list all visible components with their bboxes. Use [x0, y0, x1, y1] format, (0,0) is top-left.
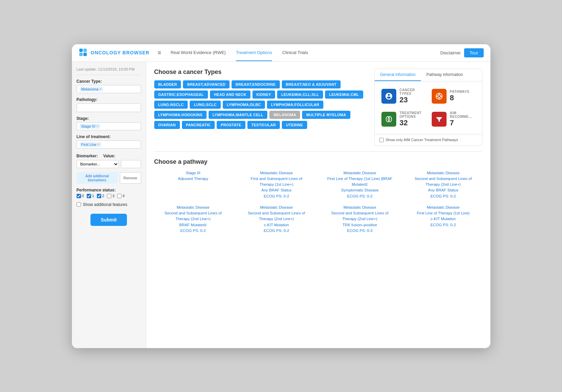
card-aim: AIMRECOMME... 7 [428, 108, 479, 131]
cancer-tag[interactable]: BREAST;ADVANCED [183, 80, 230, 88]
perf-2[interactable]: 2 [97, 194, 104, 198]
perf-row: 0 1 2 3 4 [77, 194, 141, 198]
cancer-tag[interactable]: PROSTATE [217, 121, 245, 129]
line-group: Line of treatment: First Line × [77, 134, 141, 149]
aim-icon [432, 112, 447, 127]
aim-checkbox[interactable] [379, 138, 384, 142]
cancer-tag[interactable]: BLADDER [154, 80, 181, 88]
nav-clinical-trials[interactable]: Clinical Trials [282, 45, 308, 61]
cancer-tag[interactable]: LYMPHOMA;FOLLICULAR [267, 101, 323, 109]
treatment-count: 32 [400, 119, 422, 127]
cancer-tag[interactable]: OVARIAN [154, 121, 180, 129]
pathway-link[interactable]: Metastatic DiseaseFirst Line of Therapy … [417, 205, 470, 228]
cancer-tag[interactable]: LYMPHOMA;DLBC [223, 101, 265, 109]
performance-status-group: Performance status: 0 1 2 3 [77, 188, 141, 198]
cancer-tag[interactable]: LYMPHOMA;MANTLE CELL [209, 111, 267, 119]
perf-1[interactable]: 1 [87, 194, 94, 198]
pathway-link[interactable]: Metastatic DiseaseSecond and Subsequent … [331, 205, 388, 234]
pathway-link[interactable]: Metastatic DiseaseSecond and Subsequent … [248, 205, 305, 234]
nav-rwe[interactable]: Real World Evidence (RWE) [170, 45, 226, 61]
stage-input[interactable]: Stage IV × [77, 122, 141, 130]
submit-button[interactable]: Submit [90, 214, 127, 226]
cancer-tag[interactable]: MELANOMA [269, 111, 300, 119]
treatment-icon [381, 112, 396, 127]
card-treatment-options: TREATMENTOPTIONS 32 [378, 108, 428, 131]
line-input[interactable]: First Line × [77, 140, 141, 149]
info-cards: CANCERTYPES 23 [375, 81, 482, 134]
pathway-item: Metastatic DiseaseFirst Line of Therapy … [321, 170, 399, 199]
card-aim-text: AIMRECOMME... 7 [450, 111, 472, 127]
pathway-grid: Stage IIIAdjuvant TherapyMetastatic Dise… [154, 170, 482, 234]
cancer-type-tag-close[interactable]: × [100, 87, 102, 91]
biomarker-value-input[interactable] [121, 160, 141, 168]
cancer-types-count: 23 [400, 96, 415, 104]
svg-rect-1 [83, 49, 87, 52]
pathway-link[interactable]: Metastatic DiseaseFirst and Subsequent L… [251, 170, 302, 199]
cancer-tag[interactable]: LYMPHOMA;HODGKINS [154, 111, 207, 119]
perf-3[interactable]: 3 [107, 194, 114, 198]
biomarker-select[interactable]: Biomarker... [77, 160, 119, 168]
cancer-tag[interactable]: BREAST;ENDOCRINE [232, 80, 279, 88]
pathway-item: Metastatic DiseaseFirst and Subsequent L… [238, 170, 316, 199]
cancer-type-label: Cancer Type: [77, 79, 141, 84]
tab-pathway-info[interactable]: Pathway information [421, 69, 469, 81]
content-area: Choose a cancer Types BLADDERBREAST;ADVA… [146, 62, 490, 348]
cancer-tag[interactable]: GASTRIC;ESOPHAGEAL [154, 90, 208, 99]
info-tabs: General information Pathway information [375, 69, 482, 81]
cancer-type-input[interactable]: Melanoma × [77, 85, 141, 93]
logo-icon [79, 48, 88, 57]
line-tag: First Line × [80, 142, 101, 147]
nav-treatment-options[interactable]: Treatment Options [236, 45, 272, 61]
tab-general-info[interactable]: General information [375, 69, 421, 81]
pathway-link[interactable]: Metastatic DiseaseSecond and Subsequent … [414, 170, 472, 199]
tour-button[interactable]: Tour [464, 48, 483, 57]
perf-label: Performance status: [77, 188, 141, 192]
cancer-tag[interactable]: TESTICULAR [247, 121, 280, 129]
pathway-item: Metastatic DiseaseSecond and Subsequent … [321, 205, 399, 234]
info-panel: General information Pathway information [374, 69, 482, 146]
hamburger-icon[interactable]: ≡ [158, 49, 161, 56]
cancer-tag[interactable]: UTERINE [282, 121, 307, 129]
nav-right: Disclaimer Tour [440, 48, 484, 57]
stage-tag: Stage IV × [80, 124, 100, 129]
top-section: Choose a cancer Types BLADDERBREAST;ADVA… [154, 69, 482, 146]
cancer-tag[interactable]: LUNG;SCLC [190, 101, 220, 109]
pathway-link[interactable]: Metastatic DiseaseSecond and Subsequent … [164, 205, 221, 234]
pathway-item: Metastatic DiseaseSecond and Subsequent … [404, 170, 482, 199]
show-features-checkbox[interactable]: Show additional features [77, 202, 141, 207]
cancer-tag[interactable]: BREAST;NEO & ADJUVANT [282, 80, 341, 88]
top-nav: ONCOLOGY BROWSER ≡ Real World Evidence (… [72, 44, 490, 62]
cancer-tag[interactable]: LEUKEMIA;CLL;SLL [277, 90, 323, 99]
choose-cancer-title: Choose a cancer Types [154, 69, 368, 76]
card-pathways-text: PATHWAYS 8 [450, 90, 470, 102]
line-label: Line of treatment: [77, 134, 141, 139]
pathways-icon [432, 89, 447, 104]
cancer-tag[interactable]: HEAD AND NECK [210, 90, 250, 99]
cancer-tag[interactable]: KIDNEY [252, 90, 275, 99]
card-cancer-types: CANCERTYPES 23 [378, 85, 428, 108]
stage-tag-close[interactable]: × [97, 124, 99, 128]
cancer-tag[interactable]: MULTIPLE MYELOMA [302, 111, 350, 119]
choose-pathway-title: Choose a pathway [154, 158, 482, 165]
cancer-tag[interactable]: PANCREATIC [182, 121, 215, 129]
line-tag-close[interactable]: × [98, 142, 100, 146]
pathology-label: Pathology: [77, 97, 141, 102]
cancer-type-tag: Melanoma × [80, 87, 103, 92]
cancer-tag[interactable]: LEUKEMIA;CML [325, 90, 363, 99]
pathology-input[interactable] [77, 103, 141, 112]
remove-button[interactable]: Remove [120, 172, 141, 184]
pathway-link[interactable]: Metastatic DiseaseFirst Line of Therapy … [327, 170, 392, 199]
cancer-section: Choose a cancer Types BLADDERBREAST;ADVA… [154, 69, 368, 146]
pathology-group: Pathology: [77, 97, 141, 112]
pathway-item: Metastatic DiseaseSecond and Subsequent … [238, 205, 316, 234]
perf-4[interactable]: 4 [117, 194, 125, 198]
aim-checkbox-label[interactable]: Show only AIM Cancer Treatment Pathways [386, 138, 458, 142]
card-pathways: PATHWAYS 8 [428, 85, 479, 108]
card-treatment-text: TREATMENTOPTIONS 32 [400, 111, 422, 127]
cancer-tag[interactable]: LUNG;NSCLC [154, 101, 188, 109]
disclaimer-button[interactable]: Disclaimer [440, 50, 461, 55]
perf-0[interactable]: 0 [77, 194, 84, 198]
pathway-link[interactable]: Stage IIIAdjuvant Therapy [178, 170, 208, 182]
pathway-item: Metastatic DiseaseSecond and Subsequent … [154, 205, 232, 234]
add-biomarkers-button[interactable]: Add additional biomarkers [77, 172, 118, 184]
